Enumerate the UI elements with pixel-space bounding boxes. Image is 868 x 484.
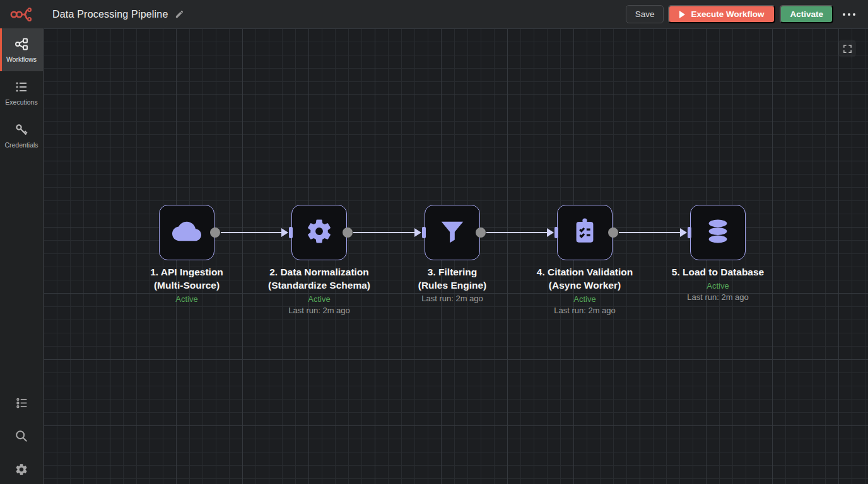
node-label: 2. Data Normalization(Standardize Schema… (243, 265, 395, 315)
node-status-active: Active (642, 281, 794, 291)
settings-gear-icon[interactable] (15, 463, 28, 476)
workflow-node-4[interactable] (557, 205, 613, 260)
connection-arrowhead-icon (547, 228, 554, 237)
node-status-active: Active (243, 294, 395, 304)
key-icon (14, 122, 29, 137)
connection-line[interactable] (353, 232, 415, 233)
fit-view-icon (843, 44, 852, 54)
ellipsis-icon (843, 13, 845, 16)
sidebar-item-executions[interactable]: Executions (0, 71, 43, 114)
play-icon (679, 11, 685, 18)
node-title: 2. Data Normalization(Standardize Schema… (243, 265, 395, 292)
input-port[interactable] (554, 227, 558, 238)
workflow-node-2[interactable] (291, 205, 347, 260)
connection-arrowhead-icon (680, 228, 687, 237)
save-button[interactable]: Save (626, 5, 664, 23)
top-bar: Data Processing Pipeline Save Execute Wo… (0, 0, 868, 28)
sidebar-label-executions: Executions (5, 98, 37, 106)
sidebar-bottom-icons (0, 396, 43, 476)
fit-view-button[interactable] (838, 40, 856, 57)
node-label: 1. API Ingestion(Multi-Source) Active (111, 265, 262, 304)
node-status-active: Active (111, 294, 262, 304)
execute-workflow-button[interactable]: Execute Workflow (668, 5, 775, 23)
sidebar-item-credentials[interactable]: Credentials (0, 114, 43, 157)
output-port[interactable] (210, 228, 220, 238)
node-label: 4. Citation Validation(Async Worker) Act… (509, 265, 660, 315)
edit-title-button[interactable] (175, 9, 184, 19)
database-icon (703, 217, 732, 248)
output-port[interactable] (476, 228, 486, 238)
node-last-run: Last run: 2m ago (642, 292, 794, 302)
connection-line[interactable] (619, 232, 681, 233)
checklist-icon[interactable] (15, 396, 28, 410)
topbar-actions: Save Execute Workflow Activate (626, 5, 868, 23)
n8n-logo-icon (9, 6, 35, 23)
workflow-title[interactable]: Data Processing Pipeline (52, 9, 168, 20)
more-options-button[interactable] (838, 9, 859, 20)
node-label: 3. Filtering(Rules Engine) Last run: 2m … (377, 265, 528, 303)
node-title: 3. Filtering(Rules Engine) (377, 265, 528, 292)
connection-line[interactable] (486, 232, 548, 233)
execute-workflow-label: Execute Workflow (691, 9, 764, 19)
activate-button[interactable]: Activate (780, 5, 833, 23)
sidebar-label-credentials: Credentials (4, 141, 38, 149)
workflow-node-5[interactable] (690, 205, 746, 260)
cloud-icon (172, 217, 201, 248)
node-status-active: Active (509, 294, 660, 304)
sidebar-label-workflows: Workflows (6, 55, 37, 63)
node-title: 4. Citation Validation(Async Worker) (509, 265, 660, 292)
node-last-run: Last run: 2m ago (243, 306, 395, 315)
gear-icon (305, 217, 334, 248)
input-port[interactable] (688, 227, 691, 238)
connection-arrowhead-icon (414, 228, 421, 237)
connection-line[interactable] (221, 232, 282, 233)
left-sidebar: Workflows Executions Credentials (0, 28, 44, 484)
output-port[interactable] (608, 228, 618, 238)
filter-icon (438, 217, 467, 248)
output-port[interactable] (343, 228, 353, 238)
connection-arrowhead-icon (281, 228, 288, 237)
app-logo[interactable] (0, 6, 44, 23)
node-title: 5. Load to Database (642, 265, 794, 279)
workflow-canvas[interactable]: 1. API Ingestion(Multi-Source) Active 2.… (44, 28, 868, 484)
pencil-icon (175, 9, 184, 19)
workflow-icon (14, 37, 29, 52)
input-port[interactable] (422, 227, 426, 238)
node-label: 5. Load to Database Active Last run: 2m … (642, 265, 794, 302)
search-icon[interactable] (15, 429, 28, 443)
executions-list-icon (14, 79, 29, 95)
node-last-run: Last run: 2m ago (377, 294, 528, 303)
node-last-run: Last run: 2m ago (509, 306, 660, 315)
sidebar-item-workflows[interactable]: Workflows (0, 28, 43, 71)
workflow-node-1[interactable] (159, 205, 214, 260)
node-title: 1. API Ingestion(Multi-Source) (111, 265, 262, 292)
input-port[interactable] (289, 227, 293, 238)
workflow-node-3[interactable] (425, 205, 480, 260)
clipboard-check-icon (570, 217, 599, 248)
